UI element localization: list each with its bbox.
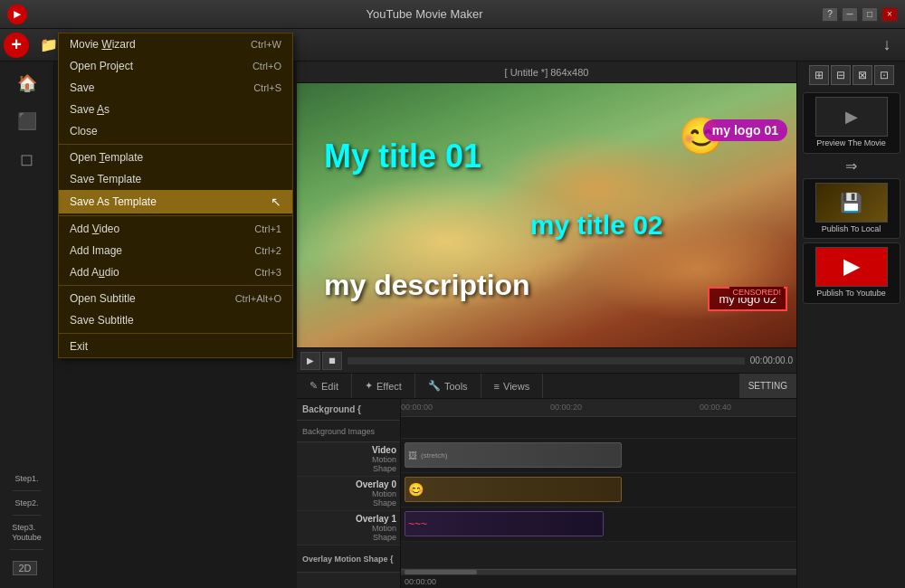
- overlay1-track-sub: Motion: [372, 524, 396, 533]
- menu-add-audio-label: Add Audio: [70, 266, 119, 279]
- menu-separator-3: [59, 285, 292, 286]
- menu-add-video[interactable]: Add Video Ctrl+1: [59, 218, 292, 240]
- tab-bar: ✎ Edit ✦ Effect 🔧 Tools ≡ Views SETTING: [297, 373, 796, 398]
- preview-toolbar: ▶ ⏹ 00:00:00.0: [297, 347, 796, 373]
- publish-local-btn[interactable]: 💾 Publish To Local: [803, 178, 900, 240]
- edit-icon: ✎: [310, 380, 318, 392]
- menu-close-label: Close: [70, 125, 98, 138]
- preview-title1: My title 01: [324, 138, 481, 175]
- timeline-scrollbar[interactable]: [401, 569, 796, 575]
- ruler-mark-40: 00:00:40: [700, 403, 731, 412]
- menu-save[interactable]: Save Ctrl+S: [59, 77, 292, 99]
- ruler-mark-20: 00:00:20: [550, 403, 582, 412]
- background-section-label: Background {: [302, 404, 361, 414]
- minimize-btn[interactable]: ─: [842, 7, 858, 22]
- menu-save-template[interactable]: Save Template: [59, 168, 292, 190]
- tab-views[interactable]: ≡ Views: [481, 374, 544, 398]
- menu-add-video-shortcut: Ctrl+1: [254, 223, 281, 234]
- sidebar-capture-icon[interactable]: ◻: [7, 141, 47, 177]
- help-btn[interactable]: ?: [822, 7, 838, 22]
- menu-add-image-shortcut: Ctrl+2: [254, 245, 281, 256]
- menu-open-project[interactable]: Open Project Ctrl+O: [59, 55, 292, 77]
- setting-tab[interactable]: SETTING: [739, 374, 796, 398]
- menu-exit[interactable]: Exit: [59, 336, 292, 357]
- menu-separator-2: [59, 215, 292, 216]
- menu-save-subtitle[interactable]: Save Subtitle: [59, 309, 292, 331]
- publish-local-thumb: 💾: [815, 183, 888, 223]
- publish-youtube-btn[interactable]: ▶ Publish To Youtube: [803, 242, 900, 304]
- overlay0-block[interactable]: 😊: [405, 477, 622, 502]
- track-row-overlay1: ~~~: [401, 507, 796, 542]
- timeline-labels: Background { Background Images Video Mot…: [297, 399, 401, 588]
- tab-edit[interactable]: ✎ Edit: [297, 374, 352, 398]
- overlay1-track-sub2: Shape: [373, 533, 396, 542]
- step3-label: Step3.Youtube: [10, 517, 43, 550]
- video-block[interactable]: 🖼 (stretch): [405, 442, 622, 468]
- menu-movie-wizard[interactable]: Movie Wizard Ctrl+W: [59, 33, 292, 55]
- menu-add-audio-shortcut: Ctrl+3: [254, 267, 281, 278]
- tab-tools[interactable]: 🔧 Tools: [415, 374, 481, 398]
- menu-open-subtitle-label: Open Subtitle: [70, 292, 136, 305]
- stop-button[interactable]: ⏹: [322, 352, 342, 370]
- close-btn[interactable]: ×: [881, 7, 898, 22]
- menu-exit-label: Exit: [70, 340, 88, 353]
- menu-add-audio[interactable]: Add Audio Ctrl+3: [59, 261, 292, 283]
- file-menu: Movie Wizard Ctrl+W Open Project Ctrl+O …: [58, 33, 293, 358]
- menu-save-as-template-label: Save As Template: [70, 195, 157, 208]
- track-row-overlay-motion: [401, 542, 796, 569]
- menu-save-as[interactable]: Save As: [59, 99, 292, 120]
- menu-separator-4: [59, 333, 292, 334]
- publish-local-label: Publish To Local: [822, 224, 881, 235]
- title-bar-title: YouTube Movie Maker: [27, 7, 822, 21]
- grid-icon-4[interactable]: ⊡: [874, 65, 894, 85]
- progress-bar[interactable]: [348, 357, 745, 365]
- badge-2d[interactable]: 2D: [13, 561, 36, 575]
- views-icon: ≡: [494, 381, 500, 392]
- add-button[interactable]: +: [4, 33, 29, 58]
- right-panel: ⊞ ⊟ ⊠ ⊡ ▶ Preview The Movie ⇒ 💾 Publish …: [796, 62, 905, 588]
- video-track-sub: Motion: [372, 455, 396, 464]
- background-images-label: Background Images: [302, 427, 375, 436]
- tools-icon: 🔧: [428, 380, 441, 392]
- menu-movie-wizard-label: Movie Wizard: [70, 38, 136, 51]
- preview-area: [ Untitle *] 864x480 My title 01 😊 my lo…: [297, 62, 796, 373]
- grid-icon-1[interactable]: ⊞: [809, 65, 829, 85]
- menu-add-image[interactable]: Add Image Ctrl+2: [59, 240, 292, 261]
- sidebar-home-icon[interactable]: 🏠: [7, 65, 47, 101]
- preview-logo2: CENSORED! my logo 02: [708, 287, 787, 311]
- track-row-overlay0: 😊: [401, 473, 796, 507]
- menu-save-as-label: Save As: [70, 103, 110, 116]
- maximize-btn[interactable]: □: [862, 7, 878, 22]
- overlay0-track-label: Overlay 0 Motion Shape: [297, 477, 400, 511]
- time-display: 00:00:00.0: [750, 356, 793, 365]
- video-block-label: (stretch): [421, 451, 447, 460]
- download-button[interactable]: ↓: [872, 33, 901, 58]
- timeline-section-overlay-motion: Overlay Motion Shape {: [297, 545, 400, 573]
- play-button[interactable]: ▶: [300, 352, 320, 370]
- publish-arrow: ⇒: [845, 157, 857, 175]
- setting-tab-label: SETTING: [748, 381, 787, 391]
- menu-open-template[interactable]: Open Template: [59, 147, 292, 168]
- tab-effect[interactable]: ✦ Effect: [352, 374, 415, 398]
- menu-open-project-label: Open Project: [70, 60, 133, 72]
- grid-icon-3[interactable]: ⊠: [853, 65, 872, 85]
- overlay0-emoji: 😊: [408, 482, 424, 497]
- tab-effect-label: Effect: [376, 381, 402, 392]
- app-logo: ▶: [7, 5, 27, 24]
- menu-save-as-template[interactable]: Save As Template ↖: [59, 190, 292, 213]
- preview-movie-btn[interactable]: ▶ Preview The Movie: [803, 92, 900, 154]
- timeline-ruler: 00:00:00 00:00:20 00:00:40 00:01:00: [401, 399, 796, 417]
- menu-save-template-label: Save Template: [70, 173, 141, 185]
- track-row-video: 🖼 (stretch): [401, 439, 796, 473]
- track-row-bg-images: [401, 417, 796, 439]
- sidebar-record-icon[interactable]: ⬛: [7, 103, 47, 139]
- title-bar: ▶ YouTube Movie Maker ? ─ □ ×: [0, 0, 905, 29]
- ruler-mark-0: 00:00:00: [401, 403, 433, 412]
- menu-movie-wizard-shortcut: Ctrl+W: [251, 39, 281, 50]
- menu-close[interactable]: Close: [59, 120, 292, 142]
- menu-open-subtitle[interactable]: Open Subtitle Ctrl+Alt+O: [59, 288, 292, 309]
- preview-logo1: my logo 01: [703, 119, 787, 141]
- grid-icon-2[interactable]: ⊟: [831, 65, 851, 85]
- overlay1-block[interactable]: ~~~: [405, 511, 604, 536]
- preview-movie-thumb: ▶: [815, 97, 888, 137]
